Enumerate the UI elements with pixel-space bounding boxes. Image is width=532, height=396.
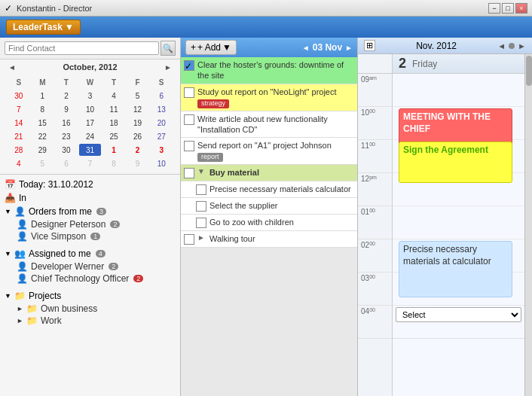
cal-day[interactable]: 19 [127, 117, 149, 129]
time-slot-9am: 09am [358, 74, 392, 107]
cal-day[interactable]: 23 [55, 130, 78, 142]
cal-day[interactable]: 3 [79, 90, 102, 102]
cal-day[interactable]: 5 [127, 90, 149, 102]
search-input[interactable] [5, 41, 159, 55]
task-checkbox[interactable] [184, 234, 194, 245]
assigned-person-2[interactable]: 👤 Chief Technology Officer 2 [5, 273, 176, 285]
cal-right-arrow[interactable]: ► [518, 41, 526, 50]
cal-day[interactable]: 1 [102, 144, 125, 156]
assigned-badge: 4 [96, 250, 105, 257]
cal-day[interactable]: 2 [55, 90, 78, 102]
project-2[interactable]: ► 📁 Work [5, 315, 176, 327]
cal-day[interactable]: 18 [102, 117, 125, 129]
assigned-header[interactable]: ▼ 👥 Assigned to me 4 [5, 247, 176, 260]
today-item[interactable]: 📅 Today: 31.10.2012 [5, 178, 176, 191]
projects-header[interactable]: ▼ 📁 Projects [5, 289, 176, 303]
event-sign-agreement[interactable]: Sign the Agreement [399, 142, 512, 183]
cal-day[interactable]: 30 [8, 90, 30, 102]
order-person-1[interactable]: 👤 Designer Peterson 2 [5, 218, 176, 230]
cal-day[interactable]: 7 [79, 157, 102, 169]
cal-day[interactable]: 11 [102, 103, 125, 115]
cal-day[interactable]: 1 [32, 90, 54, 102]
task-item[interactable]: Send report on "A1" project Johnson repo… [181, 138, 357, 165]
cal-prev-button[interactable]: ◄ [6, 63, 18, 72]
task-checkbox[interactable] [184, 114, 194, 125]
project-1[interactable]: ► 📁 Own business [5, 303, 176, 315]
task-checkbox[interactable] [184, 141, 194, 151]
task-checkbox[interactable] [184, 168, 194, 178]
cal-day[interactable]: 28 [8, 144, 30, 156]
cal-day[interactable]: 4 [102, 90, 125, 102]
task-item[interactable]: Precise necessary materials calculator [181, 181, 357, 198]
task-item[interactable]: ✓ Clear the hoster's grounds: downtime o… [181, 57, 357, 84]
maximize-button[interactable]: □ [502, 3, 514, 14]
order-person-2[interactable]: 👤 Vice Simpson 1 [5, 230, 176, 242]
cal-day[interactable]: 21 [8, 130, 30, 142]
cal-day[interactable]: 15 [32, 117, 54, 129]
date-prev-button[interactable]: ◄ [302, 44, 310, 52]
expand-grid-icon[interactable]: ⊞ [364, 40, 375, 51]
cal-day[interactable]: 6 [55, 157, 78, 169]
cal-day[interactable]: 14 [8, 117, 30, 129]
event-precise-materials[interactable]: Precise necessary materials at calculato… [399, 241, 512, 297]
inbox-item[interactable]: 📥 In [5, 191, 176, 205]
task-checkbox[interactable] [196, 201, 206, 212]
time-slot-4pm: 0400 [358, 306, 392, 339]
task-item[interactable]: Go to zoo with children [181, 215, 357, 231]
close-button[interactable]: × [515, 3, 527, 14]
cal-day[interactable]: 20 [150, 117, 173, 129]
cal-day[interactable]: 13 [150, 103, 173, 115]
cal-left-arrow[interactable]: ◄ [497, 41, 506, 50]
cal-day[interactable]: 12 [127, 103, 149, 115]
today-icon: 📅 [5, 179, 16, 190]
scroll-thumb[interactable] [526, 56, 532, 86]
cal-day[interactable]: 4 [8, 157, 30, 169]
cal-day[interactable]: 7 [8, 103, 30, 115]
cal-day[interactable]: 30 [55, 144, 78, 156]
minimize-button[interactable]: − [488, 3, 500, 14]
cal-day[interactable]: 17 [79, 117, 102, 129]
task-group-header[interactable]: ▼ Buy material [181, 165, 357, 181]
task-text: Clear the hoster's grounds: downtime of … [197, 59, 354, 81]
cal-day[interactable]: 9 [127, 157, 149, 169]
cal-day[interactable]: 6 [150, 90, 173, 102]
event-select-dropdown[interactable]: Select [396, 307, 521, 322]
leadertask-logo[interactable]: LeaderTask ▼ [6, 20, 81, 35]
task-checkbox[interactable] [196, 218, 206, 228]
task-checkbox[interactable] [196, 184, 206, 195]
cal-day[interactable]: 22 [32, 130, 54, 142]
cal-day[interactable]: 8 [102, 157, 125, 169]
cal-day[interactable]: 3 [150, 144, 173, 156]
cal-day[interactable]: 24 [79, 130, 102, 142]
cal-day[interactable]: 29 [32, 144, 54, 156]
cal-dot-indicator [509, 43, 515, 49]
expand-icon[interactable]: ▼ [197, 167, 205, 175]
cal-day[interactable]: 2 [127, 144, 149, 156]
cal-next-button[interactable]: ► [162, 63, 174, 72]
orders-header[interactable]: ▼ 👤 Orders from me 3 [5, 205, 176, 218]
assigned-person-1[interactable]: 👤 Developer Werner 2 [5, 260, 176, 273]
cal-day[interactable]: 16 [55, 117, 78, 129]
task-item[interactable]: Study out report on "NeoLight" project s… [181, 84, 357, 111]
cal-day-today[interactable]: 31 [79, 144, 102, 156]
cal-day[interactable]: 8 [32, 103, 54, 115]
task-checkbox[interactable]: ✓ [184, 60, 194, 71]
cal-day[interactable]: 25 [102, 130, 125, 142]
right-scrollbar[interactable] [524, 54, 532, 396]
add-button[interactable]: + + Add ▼ [185, 40, 237, 55]
search-button[interactable]: 🔍 [161, 41, 176, 56]
task-checkbox[interactable] [184, 87, 194, 98]
task-item[interactable]: Write article about new functionality "I… [181, 111, 357, 139]
cal-day[interactable]: 9 [55, 103, 78, 115]
cal-day[interactable]: 5 [32, 157, 54, 169]
cal-day[interactable]: 27 [150, 130, 173, 142]
expand-icon[interactable]: ► [197, 233, 205, 242]
task-item[interactable]: ► Walking tour [181, 231, 357, 248]
person-label: Vice Simpson [31, 231, 86, 242]
left-panel: 🔍 ◄ October, 2012 ► S M T W T F S [0, 38, 181, 396]
cal-day[interactable]: 10 [150, 157, 173, 169]
cal-day[interactable]: 26 [127, 130, 149, 142]
date-next-button[interactable]: ► [345, 44, 353, 52]
task-item[interactable]: Select the supplier [181, 198, 357, 215]
cal-day[interactable]: 10 [79, 103, 102, 115]
